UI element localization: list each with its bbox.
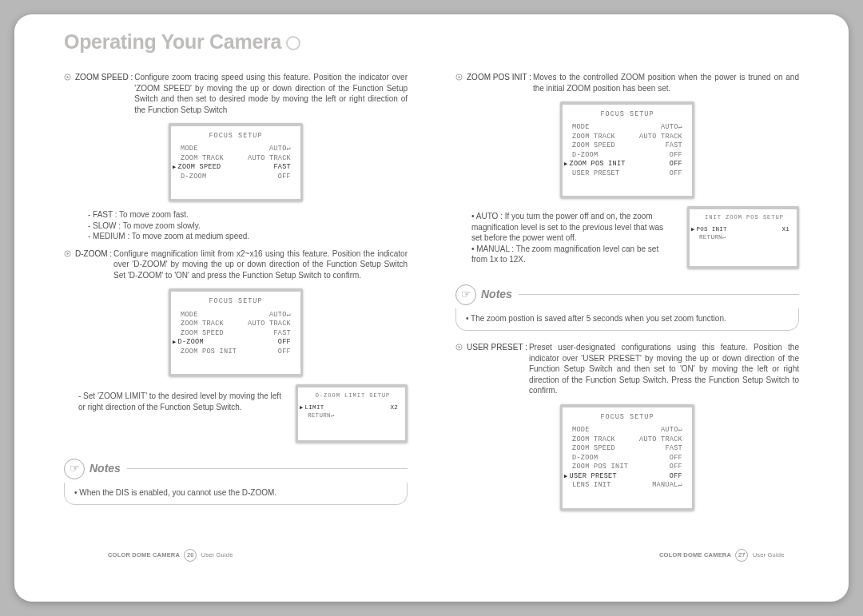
osd-row: USER PRESETOFF xyxy=(572,169,682,178)
page-title: Operating Your Camera xyxy=(64,30,300,54)
zoom-speed-options: FAST : To move zoom fast. SLOW : To move… xyxy=(88,209,408,242)
page-num-right: 27 xyxy=(735,549,748,562)
zoom-speed-desc: Configure zoom tracing speed using this … xyxy=(134,72,408,115)
left-column: ZOOM SPEED : Configure zoom tracing spee… xyxy=(64,67,408,566)
osd-row: RETURN↵ xyxy=(308,411,398,419)
osd-zoom-speed: FOCUS SETUP MODEAUTO↵ZOOM TRACKAUTO TRAC… xyxy=(169,123,303,201)
osd-row: D-ZOOMOFF xyxy=(572,151,682,160)
note-1-text: When the DIS is enabled, you cannot use … xyxy=(74,487,397,499)
osd-row: ZOOM SPEEDFAST xyxy=(181,329,291,338)
osd-row: ZOOM SPEEDFAST xyxy=(572,141,682,150)
item-zoom-speed: ZOOM SPEED : Configure zoom tracing spee… xyxy=(64,72,408,115)
osd-row: D-ZOOMOFF xyxy=(181,173,291,181)
zpi-label: ZOOM POS INIT : xyxy=(467,72,531,93)
osd-row: MODEAUTO↵ xyxy=(181,311,291,320)
note-2-text: The zoom postion is saved after 5 second… xyxy=(466,313,789,324)
notes-block-2: ☞ Notes The zoom postion is saved after … xyxy=(455,284,799,332)
play-icon xyxy=(455,342,467,396)
play-icon xyxy=(64,72,75,115)
item-zoom-pos-init: ZOOM POS INIT : Moves to the controlled … xyxy=(455,72,799,93)
osd-row: RETURN↵ xyxy=(699,233,789,241)
user-preset-label: USER PRESET : xyxy=(467,342,527,396)
osd-row: ZOOM TRACKAUTO TRACK xyxy=(572,435,682,444)
notes-title: Notes xyxy=(89,461,121,476)
dzoom-label: D-ZOOM : xyxy=(75,248,112,281)
item-user-preset: USER PRESET : Preset user-designated con… xyxy=(455,342,799,396)
osd-row: ZOOM SPEEDFAST xyxy=(181,163,291,172)
zpi-desc: Moves to the controlled ZOOM position wh… xyxy=(533,72,799,93)
footer-right: COLOR DOME CAMERA 27 User Guide xyxy=(659,549,785,562)
osd-row: LIMITX2 xyxy=(308,403,398,411)
osd-row: ZOOM POS INITOFF xyxy=(572,463,682,471)
footer-left: COLOR DOME CAMERA 26 User Guide xyxy=(108,549,233,562)
osd-row: POS INITX1 xyxy=(699,225,789,233)
osd-row: D-ZOOMOFF xyxy=(181,338,291,347)
right-column: ZOOM POS INIT : Moves to the controlled … xyxy=(455,67,799,566)
osd-row: ZOOM POS INITOFF xyxy=(181,348,291,356)
dzoom-sub: Set 'ZOOM LIMIT' to the desired level by… xyxy=(78,389,284,436)
notes-title: Notes xyxy=(481,287,512,302)
page-spread: Operating Your Camera ZOOM SPEED : Confi… xyxy=(14,14,849,602)
page-num-left: 26 xyxy=(184,549,197,562)
osd-row: ZOOM SPEEDFAST xyxy=(572,444,682,453)
zoom-speed-label: ZOOM SPEED : xyxy=(75,72,133,115)
osd-zoom-pos-init: FOCUS SETUP MODEAUTO↵ZOOM TRACKAUTO TRAC… xyxy=(560,101,694,198)
notes-block-1: ☞ Notes When the DIS is enabled, you can… xyxy=(64,459,408,506)
osd-row: MODEAUTO↵ xyxy=(181,145,291,153)
osd-row: USER PRESETOFF xyxy=(572,472,682,481)
osd-row: MODEAUTO↵ xyxy=(572,426,682,435)
hand-icon: ☞ xyxy=(64,459,85,479)
osd-row: LENS INITMANUAL↵ xyxy=(572,481,682,490)
hand-icon: ☞ xyxy=(455,284,476,305)
osd-init-zoom-pos: INIT ZOOM POS SETUP POS INITX1RETURN↵ xyxy=(687,206,799,268)
osd-row: ZOOM TRACKAUTO TRACK xyxy=(181,154,291,163)
zpi-bullets: AUTO : If you turn the power off and on,… xyxy=(471,209,676,265)
play-icon xyxy=(455,72,467,93)
dzoom-desc: Configure magnification limit from x2~x1… xyxy=(113,248,408,281)
osd-user-preset: FOCUS SETUP MODEAUTO↵ZOOM TRACKAUTO TRAC… xyxy=(560,404,694,511)
title-circle-icon xyxy=(286,36,300,50)
osd-row: ZOOM TRACKAUTO TRACK xyxy=(181,320,291,328)
osd-row: ZOOM POS INITOFF xyxy=(572,160,682,169)
osd-dzoom-limit: D-ZOOM LIMIT SETUP LIMITX2RETURN↵ xyxy=(296,384,408,443)
osd-row: ZOOM TRACKAUTO TRACK xyxy=(572,133,682,141)
osd-row: MODEAUTO↵ xyxy=(572,123,682,132)
item-dzoom: D-ZOOM : Configure magnification limit f… xyxy=(64,248,408,281)
osd-row: D-ZOOMOFF xyxy=(572,454,682,463)
user-preset-desc: Preset user-designated configurations us… xyxy=(529,342,799,396)
osd-dzoom: FOCUS SETUP MODEAUTO↵ZOOM TRACKAUTO TRAC… xyxy=(169,288,303,376)
play-icon xyxy=(64,248,75,281)
